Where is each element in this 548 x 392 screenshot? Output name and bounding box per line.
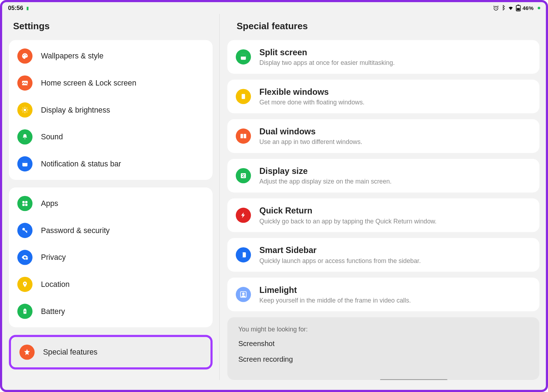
svg-rect-3 (517, 8, 520, 11)
item-label: Home screen & Lock screen (41, 79, 136, 88)
svg-rect-11 (22, 201, 25, 203)
settings-item-privacy[interactable]: Privacy (9, 244, 213, 271)
item-label: Battery (41, 307, 65, 316)
svg-rect-13 (22, 204, 25, 206)
settings-item-wallpapers[interactable]: Wallpapers & style (9, 42, 213, 69)
suggestion-screen-recording[interactable]: Screen recording (238, 356, 528, 364)
svg-rect-12 (25, 201, 27, 203)
item-label: Sound (41, 133, 63, 141)
person-frame-icon (236, 287, 251, 302)
item-label: Special features (43, 348, 98, 357)
settings-item-sound[interactable]: Sound (9, 123, 213, 150)
bluetooth-icon (501, 5, 506, 11)
activity-dot-icon (538, 7, 540, 9)
svg-rect-29 (241, 252, 243, 257)
settings-item-password[interactable]: Password & security (9, 217, 213, 244)
feature-desc: Get more done with floating windows. (259, 99, 365, 106)
svg-rect-25 (240, 134, 243, 138)
status-bar: 05:56 ▮ 46% (2, 2, 546, 14)
svg-rect-21 (24, 311, 26, 311)
feature-quick-return[interactable]: Quick Return Quickly go back to an app b… (227, 198, 539, 232)
alarm-icon (493, 5, 499, 11)
picture-icon (17, 76, 33, 91)
suggestions-label: You might be looking for: (238, 326, 528, 333)
svg-rect-14 (25, 204, 27, 206)
item-label: Notification & status bar (41, 159, 121, 168)
floating-window-icon (236, 89, 251, 104)
svg-point-5 (25, 54, 25, 55)
feature-desc: Display two apps at once for easier mult… (259, 59, 395, 66)
feature-limelight[interactable]: Limelight Keep yourself in the middle of… (227, 278, 539, 311)
item-label: Display & brightness (41, 105, 110, 114)
feature-display-size[interactable]: Display size Adjust the app display size… (227, 159, 539, 193)
settings-item-special-features[interactable]: Special features (12, 338, 209, 366)
item-label: Location (41, 280, 70, 289)
settings-item-special-features-highlight: Special features (9, 335, 213, 370)
svg-rect-20 (24, 309, 26, 309)
settings-item-notifications[interactable]: Notification & status bar (9, 150, 213, 177)
svg-rect-10 (22, 161, 27, 163)
settings-title: Settings (2, 14, 219, 40)
scrollbar[interactable] (380, 379, 447, 380)
svg-point-6 (26, 55, 26, 56)
wifi-icon (507, 5, 514, 11)
settings-item-homescreen[interactable]: Home screen & Lock screen (9, 69, 213, 97)
settings-group-1: Wallpapers & style Home screen & Lock sc… (9, 40, 213, 180)
location-pin-icon (17, 277, 33, 292)
sidebar-icon (236, 247, 251, 263)
feature-flexible-windows[interactable]: Flexible windows Get more done with floa… (227, 79, 539, 113)
svg-rect-23 (241, 54, 246, 57)
quick-return-icon (236, 208, 251, 223)
svg-rect-2 (517, 5, 519, 5)
special-features-title: Special features (227, 14, 539, 40)
feature-split-screen[interactable]: Split screen Display two apps at once fo… (227, 40, 539, 74)
notification-bar-icon (17, 156, 33, 172)
svg-point-4 (23, 55, 24, 56)
svg-point-31 (242, 293, 244, 295)
feature-desc: Keep yourself in the middle of the frame… (259, 296, 411, 304)
status-right: 46% (493, 5, 540, 11)
settings-item-display[interactable]: Display & brightness (9, 97, 213, 124)
feature-title: Smart Sidebar (259, 246, 421, 255)
suggestion-screenshot[interactable]: Screenshot (238, 340, 528, 348)
svg-point-8 (24, 109, 26, 111)
feature-desc: Quickly go back to an app by tapping the… (259, 217, 437, 225)
settings-item-location[interactable]: Location (9, 271, 213, 298)
feature-title: Quick Return (259, 206, 437, 216)
status-time: 05:56 (8, 5, 23, 11)
dual-window-icon (236, 129, 251, 144)
feature-title: Split screen (259, 48, 395, 57)
privacy-eye-icon (17, 250, 33, 265)
feature-desc: Adjust the app display size on the main … (259, 178, 392, 185)
feature-dual-windows[interactable]: Dual windows Use an app in two different… (227, 119, 539, 153)
key-icon (17, 223, 33, 238)
feature-smart-sidebar[interactable]: Smart Sidebar Quickly launch apps or acc… (227, 238, 539, 272)
display-size-icon (236, 168, 251, 184)
svg-rect-24 (242, 94, 245, 99)
feature-title: Dual windows (259, 127, 362, 136)
svg-point-18 (24, 283, 26, 284)
settings-item-battery[interactable]: Battery (9, 298, 213, 325)
battery-icon (516, 5, 521, 11)
item-label: Apps (41, 199, 58, 208)
item-label: Password & security (41, 226, 110, 235)
apps-grid-icon (17, 196, 33, 211)
battery-charging-tiny-icon: ▮ (26, 6, 29, 10)
svg-point-17 (26, 257, 28, 260)
item-label: Wallpapers & style (41, 52, 103, 61)
svg-point-15 (22, 228, 25, 231)
feature-title: Limelight (259, 285, 411, 295)
palette-icon (17, 48, 33, 64)
svg-rect-26 (244, 134, 246, 138)
settings-group-2: Apps Password & security Privacy (9, 187, 213, 327)
sun-icon (17, 102, 33, 118)
settings-item-apps[interactable]: Apps (9, 190, 213, 217)
item-label: Privacy (41, 253, 66, 262)
feature-desc: Quickly launch apps or access functions … (259, 257, 421, 264)
star-icon (19, 345, 35, 360)
bell-icon (17, 129, 33, 145)
feature-title: Display size (259, 166, 392, 176)
feature-title: Flexible windows (259, 87, 365, 97)
battery-icon (17, 304, 33, 319)
split-screen-icon (236, 49, 251, 65)
